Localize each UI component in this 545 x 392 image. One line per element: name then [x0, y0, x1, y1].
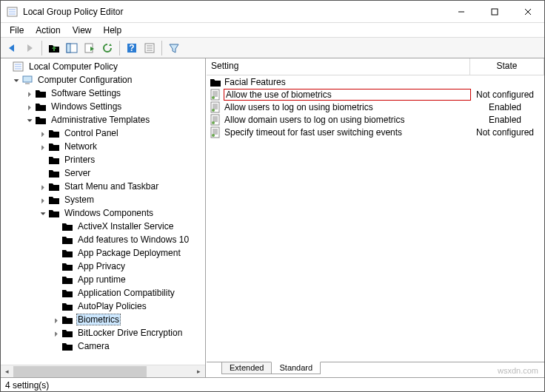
tree-computer-configuration[interactable]: Computer Configuration — [1, 73, 205, 87]
tree-app-privacy[interactable]: App Privacy — [1, 260, 205, 273]
status-bar: 4 setting(s) — [1, 377, 544, 392]
tree-biometrics[interactable]: Biometrics — [1, 313, 205, 326]
window-title: Local Group Policy Editor — [23, 7, 444, 17]
list-row[interactable]: Allow users to log on using biometricsEn… — [207, 101, 544, 113]
folder-icon — [48, 180, 60, 192]
menu-bar: File Action View Help — [1, 23, 544, 38]
folder-icon — [61, 260, 73, 272]
show-hide-tree-button[interactable] — [64, 40, 80, 56]
expander-icon[interactable] — [11, 76, 21, 84]
close-button[interactable] — [511, 1, 544, 22]
folder-icon — [61, 327, 73, 339]
tree-start-menu-taskbar[interactable]: Start Menu and Taskbar — [1, 180, 205, 193]
help-button[interactable]: ? — [124, 40, 140, 56]
folder-icon — [61, 340, 73, 352]
expander-icon[interactable] — [24, 89, 35, 98]
policy-icon — [210, 89, 221, 101]
folder-icon — [35, 114, 47, 126]
list-row[interactable]: Allow the use of biometricsNot configure… — [207, 88, 544, 101]
list-row[interactable]: Facial Features — [207, 75, 544, 88]
tree-activex-installer[interactable]: ActiveX Installer Service — [1, 220, 205, 233]
tree-printers[interactable]: Printers — [1, 153, 205, 166]
svg-text:?: ? — [129, 43, 134, 53]
tab-standard[interactable]: Standard — [271, 362, 321, 374]
maximize-button[interactable] — [478, 1, 511, 22]
expander-icon[interactable] — [38, 183, 48, 191]
expander-icon[interactable] — [38, 129, 48, 138]
list-header: Setting State — [207, 58, 544, 75]
list-item-label: Specify timeout for fast user switching … — [224, 127, 470, 138]
list-row[interactable]: Specify timeout for fast user switching … — [207, 126, 544, 138]
export-button[interactable] — [81, 40, 98, 56]
menu-file[interactable]: File — [4, 24, 30, 37]
folder-icon — [61, 300, 73, 312]
folder-icon — [48, 207, 60, 219]
policy-icon — [210, 126, 221, 138]
tree-camera[interactable]: Camera — [1, 339, 205, 353]
expander-icon[interactable] — [38, 196, 48, 204]
folder-icon — [61, 220, 73, 232]
expander-icon[interactable] — [24, 103, 35, 111]
tree-add-features-win10[interactable]: Add features to Windows 10 — [1, 233, 205, 246]
scroll-left-icon[interactable]: ◂ — [1, 365, 13, 378]
tree-app-package-deployment[interactable]: App Package Deployment — [1, 246, 205, 260]
column-state[interactable]: State — [470, 58, 544, 75]
expander-icon[interactable] — [38, 143, 48, 151]
list-item-label: Allow domain users to log on using biome… — [224, 115, 470, 125]
refresh-button[interactable] — [99, 40, 116, 56]
properties-button[interactable] — [141, 40, 158, 56]
column-setting[interactable]: Setting — [207, 58, 470, 75]
up-button[interactable] — [46, 40, 62, 56]
back-button[interactable] — [4, 40, 20, 56]
tree-root[interactable]: Local Computer Policy — [1, 60, 205, 73]
tree-administrative-templates[interactable]: Administrative Templates — [1, 113, 205, 126]
tree-app-runtime[interactable]: App runtime — [1, 273, 205, 286]
expander-icon[interactable] — [51, 316, 61, 324]
forward-button[interactable] — [21, 40, 38, 56]
tree-pane: Local Computer Policy Computer Configura… — [1, 58, 206, 377]
tree-windows-settings[interactable]: Windows Settings — [1, 100, 205, 113]
expander-icon[interactable] — [24, 116, 35, 124]
list-item-label: Allow users to log on using biometrics — [224, 102, 470, 112]
menu-help[interactable]: Help — [98, 24, 128, 37]
list-item-state: Enabled — [470, 102, 544, 112]
menu-view[interactable]: View — [67, 24, 98, 37]
list-row[interactable]: Allow domain users to log on using biome… — [207, 113, 544, 126]
scroll-thumb[interactable] — [13, 366, 147, 377]
watermark: wsxdn.com — [498, 366, 538, 375]
tab-extended[interactable]: Extended — [221, 362, 272, 374]
app-icon — [7, 6, 19, 18]
tree-horizontal-scrollbar[interactable]: ◂ ▸ — [1, 365, 205, 377]
tree-view[interactable]: Local Computer Policy Computer Configura… — [1, 58, 205, 365]
content-area: Local Computer Policy Computer Configura… — [1, 58, 544, 377]
list-body[interactable]: Facial FeaturesAllow the use of biometri… — [207, 75, 544, 362]
tree-system[interactable]: System — [1, 193, 205, 206]
filter-button[interactable] — [166, 40, 182, 56]
folder-icon — [61, 234, 73, 246]
list-item-state: Not configured — [470, 89, 544, 100]
expander-icon[interactable] — [51, 329, 61, 337]
folder-icon — [48, 194, 60, 206]
tree-network[interactable]: Network — [1, 140, 205, 153]
tree-windows-components[interactable]: Windows Components — [1, 206, 205, 220]
list-item-state: Not configured — [470, 127, 544, 138]
tree-control-panel[interactable]: Control Panel — [1, 126, 205, 140]
folder-icon — [61, 247, 73, 259]
list-item-state: Enabled — [470, 115, 544, 125]
policy-icon — [210, 101, 221, 113]
minimize-button[interactable] — [444, 1, 478, 22]
computer-icon — [21, 74, 33, 86]
menu-action[interactable]: Action — [30, 24, 66, 37]
policy-icon — [13, 61, 24, 72]
tree-application-compatibility[interactable]: Application Compatibility — [1, 286, 205, 300]
status-text: 4 setting(s) — [5, 380, 49, 391]
folder-icon — [35, 87, 47, 99]
tree-server[interactable]: Server — [1, 166, 205, 180]
tree-software-settings[interactable]: Software Settings — [1, 87, 205, 100]
tree-bitlocker[interactable]: BitLocker Drive Encryption — [1, 326, 205, 339]
tree-autoplay-policies[interactable]: AutoPlay Policies — [1, 300, 205, 313]
svg-rect-17 — [67, 44, 70, 53]
svg-rect-13 — [492, 9, 498, 15]
expander-icon[interactable] — [38, 209, 48, 217]
scroll-right-icon[interactable]: ▸ — [193, 365, 205, 378]
